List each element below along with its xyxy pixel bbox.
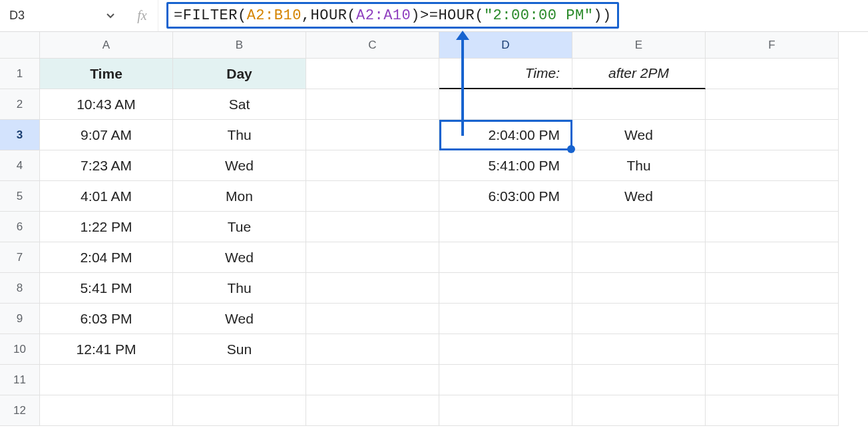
formula-input[interactable]: =FILTER(A2:B10,HOUR(A2:A10)>=HOUR("2:00:… [158,0,868,31]
row-header-2[interactable]: 2 [0,89,40,120]
col-header-F[interactable]: F [706,32,839,59]
col-header-B[interactable]: B [173,32,306,59]
cell-B9[interactable]: Wed [173,304,306,334]
cell-D10[interactable] [439,334,572,365]
cell-B6[interactable]: Tue [173,212,306,242]
cell-C10[interactable] [306,334,439,365]
cell-A11[interactable] [40,365,173,395]
cell-E4[interactable]: Thu [572,150,706,181]
row-header-8[interactable]: 8 [0,273,40,304]
col-header-E[interactable]: E [572,32,706,59]
cell-C8[interactable] [306,273,439,304]
row-header-6[interactable]: 6 [0,212,40,242]
row-header-11[interactable]: 11 [0,365,40,395]
cell-B3[interactable]: Thu [173,120,306,150]
cell-C4[interactable] [306,150,439,181]
spreadsheet-grid[interactable]: A B C D E F 1 Time Day Time: after 2PM 2… [0,32,868,426]
cell-D11[interactable] [439,365,572,395]
formula-string: "2:00:00 PM" [484,7,593,24]
cell-B5[interactable]: Mon [173,181,306,212]
col-header-D[interactable]: D [439,32,572,59]
cell-A12[interactable] [40,395,173,426]
cell-D12[interactable] [439,395,572,426]
cell-B1[interactable]: Day [173,59,306,89]
cell-E1[interactable]: after 2PM [572,59,706,89]
cell-F10[interactable] [706,334,839,365]
cell-E7[interactable] [572,242,706,273]
cell-F6[interactable] [706,212,839,242]
cell-C5[interactable] [306,181,439,212]
name-box-dropdown[interactable] [67,0,126,31]
col-header-A[interactable]: A [40,32,173,59]
cell-E8[interactable] [572,273,706,304]
cell-A2[interactable]: 10:43 AM [40,89,173,120]
cell-F5[interactable] [706,181,839,212]
row-header-4[interactable]: 4 [0,150,40,181]
cell-F3[interactable] [706,120,839,150]
cell-D8[interactable] [439,273,572,304]
cell-D5[interactable]: 6:03:00 PM [439,181,572,212]
cell-A9[interactable]: 6:03 PM [40,304,173,334]
cell-B4[interactable]: Wed [173,150,306,181]
row-header-12[interactable]: 12 [0,395,40,426]
cell-E2[interactable] [572,89,706,120]
cell-F7[interactable] [706,242,839,273]
cell-D1[interactable]: Time: [439,59,572,89]
cell-C2[interactable] [306,89,439,120]
cell-F11[interactable] [706,365,839,395]
cell-B8[interactable]: Thu [173,273,306,304]
formula-fn-hour1: HOUR [311,7,347,24]
cell-C6[interactable] [306,212,439,242]
cell-F1[interactable] [706,59,839,89]
formula-fn-filter: FILTER [183,7,238,24]
cell-E12[interactable] [572,395,706,426]
cell-D6[interactable] [439,212,572,242]
col-header-C[interactable]: C [306,32,439,59]
cell-F12[interactable] [706,395,839,426]
cell-B10[interactable]: Sun [173,334,306,365]
formula-paren: ) [593,7,602,24]
cell-D3[interactable]: 2:04:00 PM [439,120,572,150]
cell-B7[interactable]: Wed [173,242,306,273]
cell-F8[interactable] [706,273,839,304]
cell-F2[interactable] [706,89,839,120]
cell-C3[interactable] [306,120,439,150]
cell-E9[interactable] [572,304,706,334]
cell-C12[interactable] [306,395,439,426]
cell-E10[interactable] [572,334,706,365]
cell-B12[interactable] [173,395,306,426]
row-header-9[interactable]: 9 [0,304,40,334]
cell-E3[interactable]: Wed [572,120,706,150]
cell-E11[interactable] [572,365,706,395]
cell-A4[interactable]: 7:23 AM [40,150,173,181]
cell-D7[interactable] [439,242,572,273]
row-header-5[interactable]: 5 [0,181,40,212]
cell-A10[interactable]: 12:41 PM [40,334,173,365]
cell-A1[interactable]: Time [40,59,173,89]
cell-A3[interactable]: 9:07 AM [40,120,173,150]
name-box[interactable]: D3 [0,0,67,31]
cell-D9[interactable] [439,304,572,334]
cell-C1[interactable] [306,59,439,89]
cell-A7[interactable]: 2:04 PM [40,242,173,273]
cell-E6[interactable] [572,212,706,242]
cell-B11[interactable] [173,365,306,395]
cell-D2[interactable] [439,89,572,120]
cell-F9[interactable] [706,304,839,334]
cell-A8[interactable]: 5:41 PM [40,273,173,304]
cell-F4[interactable] [706,150,839,181]
select-all-corner[interactable] [0,32,40,59]
row-header-7[interactable]: 7 [0,242,40,273]
cell-C7[interactable] [306,242,439,273]
cell-D4[interactable]: 5:41:00 PM [439,150,572,181]
cell-C11[interactable] [306,365,439,395]
cell-E5[interactable]: Wed [572,181,706,212]
cell-C9[interactable] [306,304,439,334]
cell-B2[interactable]: Sat [173,89,306,120]
row-header-3[interactable]: 3 [0,120,40,150]
cell-A5[interactable]: 4:01 AM [40,181,173,212]
row-header-1[interactable]: 1 [0,59,40,89]
cell-A6[interactable]: 1:22 PM [40,212,173,242]
row-header-10[interactable]: 10 [0,334,40,365]
formula-paren: ) [602,7,612,24]
